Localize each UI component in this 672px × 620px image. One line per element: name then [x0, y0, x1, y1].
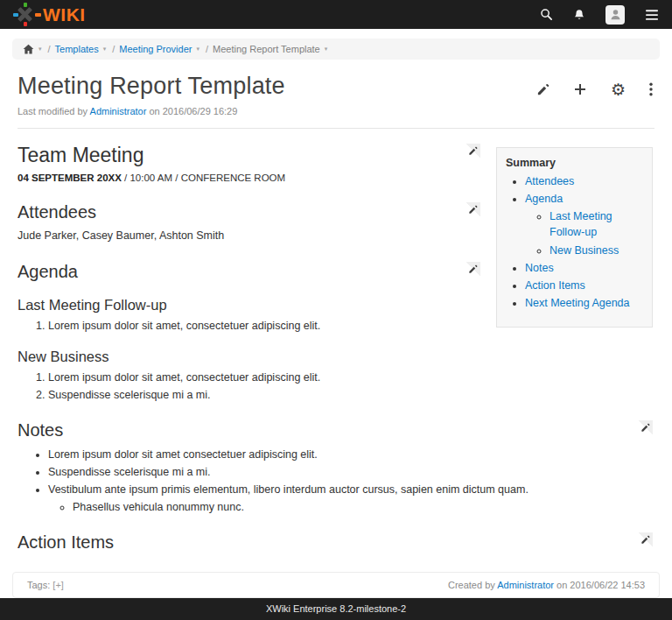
section-edit-pencil-icon[interactable]	[466, 144, 480, 159]
tags-label: Tags:	[27, 580, 50, 590]
list-item: AgendaLast Meeting Follow-upNew Business	[525, 191, 645, 258]
chevron-down-icon[interactable]: ▾	[196, 46, 200, 53]
summary-link[interactable]: Agenda	[525, 193, 563, 205]
breadcrumb-item-templates[interactable]: Templates	[55, 44, 99, 54]
list-item: Next Meeting Agenda	[525, 295, 645, 311]
breadcrumb-separator: /	[206, 44, 208, 54]
hamburger-icon[interactable]	[645, 9, 659, 21]
meeting-date: 04 SEPTEMBER 20XX	[18, 173, 122, 183]
add-tag-button[interactable]: [+]	[52, 580, 64, 590]
xwiki-logo-text: WIKI	[43, 5, 86, 24]
document-content: Summary AttendeesAgendaLast Meeting Foll…	[0, 129, 672, 561]
chevron-down-icon[interactable]: ▾	[103, 46, 107, 53]
list-item: Notes	[525, 260, 645, 276]
summary-title: Summary	[506, 157, 645, 169]
summary-link[interactable]: Last Meeting Follow-up	[550, 210, 612, 238]
created-by: Created by Administrator on 2016/06/22 1…	[448, 580, 645, 590]
version-bar: XWiki Enterprise 8.2-milestone-2	[0, 598, 672, 620]
breadcrumb-item-current: Meeting Report Template	[213, 44, 320, 54]
logo-red-tick	[24, 22, 27, 26]
edit-pencil-icon[interactable]	[536, 83, 550, 96]
list-item: Last Meeting Follow-up	[550, 208, 645, 240]
chevron-down-icon[interactable]: ▾	[325, 46, 328, 53]
new-business-list: Lorem ipsum dolor sit amet, consectetuer…	[18, 370, 653, 403]
page-actions: ⚙	[536, 80, 653, 99]
action-items-list: Lorem ipsum dolor sit amet consectetuer …	[18, 559, 653, 561]
list-item: Vestibulum ante ipsum primis elementum, …	[48, 482, 653, 515]
doc-heading-notes: Notes	[18, 420, 653, 440]
notes-heading-text: Notes	[18, 420, 63, 440]
page-header: Meeting Report Template Last modified by…	[0, 60, 672, 116]
notes-list: Lorem ipsum dolor sit amet consectetuer …	[18, 447, 653, 516]
breadcrumb-item-meeting-provider[interactable]: Meeting Provider	[119, 44, 192, 54]
agenda-heading-text: Agenda	[18, 262, 78, 281]
last-modified-prefix: Last modified by	[18, 106, 90, 116]
tags: Tags: [+]	[27, 580, 448, 590]
create-plus-icon[interactable]	[573, 82, 587, 96]
last-modified-user-link[interactable]: Administrator	[90, 106, 147, 116]
summary-panel: Summary AttendeesAgendaLast Meeting Foll…	[496, 147, 653, 328]
list-item: Lorem ipsum dolor sit amet consectetuer …	[48, 559, 653, 561]
breadcrumb-separator: /	[48, 44, 51, 54]
section-edit-pencil-icon[interactable]	[638, 420, 653, 435]
meeting-time-place: / 10:00 AM / CONFERENCE ROOM	[122, 173, 285, 183]
xwiki-page: WIKI ▾ / Templates ▾ /	[0, 0, 672, 620]
xwiki-logo[interactable]: WIKI	[13, 3, 86, 26]
list-item: New Business	[550, 243, 645, 258]
summary-link[interactable]: Notes	[525, 262, 554, 274]
kebab-menu-icon[interactable]	[649, 82, 653, 96]
search-icon[interactable]	[540, 8, 553, 21]
doc-heading-action-items: Action Items	[18, 532, 653, 553]
action-items-heading-text: Action Items	[18, 532, 114, 552]
logo-orange-tick	[35, 13, 41, 17]
created-user-link[interactable]: Administrator	[497, 580, 554, 590]
summary-link[interactable]: New Business	[550, 244, 619, 257]
list-item: Suspendisse scelerisque mi a mi.	[48, 387, 653, 403]
chevron-down-icon[interactable]: ▾	[38, 46, 42, 53]
gear-glyph: ⚙	[611, 81, 626, 98]
list-item: Attendees	[525, 173, 645, 189]
xwiki-x-icon	[13, 3, 37, 26]
page-title: Meeting Report Template	[18, 73, 536, 100]
top-navigation-bar: WIKI	[0, 0, 672, 29]
summary-list: AttendeesAgendaLast Meeting Follow-upNew…	[506, 173, 645, 311]
gear-icon[interactable]: ⚙	[611, 81, 626, 98]
breadcrumb: ▾ / Templates ▾ / Meeting Provider ▾ / M…	[12, 39, 660, 60]
list-item: Phasellus vehicula nonummy nunc.	[73, 499, 653, 515]
doc-title-text: Team Meeting	[18, 144, 144, 166]
logo-green-tick	[24, 3, 27, 7]
page-header-left: Meeting Report Template Last modified by…	[18, 71, 536, 116]
logo-blue-tick	[13, 13, 18, 17]
doc-heading-new-business: New Business	[18, 349, 653, 365]
summary-link[interactable]: Next Meeting Agenda	[525, 297, 630, 309]
list-item: Suspendisse scelerisque mi a mi.	[48, 464, 653, 480]
created-suffix: on 2016/06/22 14:53	[554, 580, 645, 590]
summary-link[interactable]: Attendees	[525, 175, 574, 187]
document-info-bar: Tags: [+] Created by Administrator on 20…	[12, 572, 660, 598]
topbar-icons	[540, 5, 659, 25]
list-item: Action Items	[525, 278, 645, 293]
bell-icon[interactable]	[573, 9, 585, 21]
last-modified: Last modified by Administrator on 2016/0…	[18, 106, 536, 116]
created-prefix: Created by	[448, 580, 497, 590]
nested-list: Phasellus vehicula nonummy nunc.	[48, 499, 653, 515]
nested-list: Last Meeting Follow-upNew Business	[525, 208, 645, 257]
list-item: Lorem ipsum dolor sit amet consectetuer …	[48, 447, 653, 462]
user-avatar[interactable]	[606, 5, 625, 25]
attendees-heading-text: Attendees	[18, 202, 96, 222]
summary-link[interactable]: Action Items	[525, 279, 585, 292]
last-modified-suffix: on 2016/06/29 16:29	[146, 106, 237, 116]
section-edit-pencil-icon[interactable]	[466, 202, 480, 217]
section-edit-pencil-icon[interactable]	[466, 262, 480, 277]
section-edit-pencil-icon[interactable]	[638, 532, 653, 547]
list-item: Lorem ipsum dolor sit amet, consectetuer…	[48, 370, 653, 385]
avatar	[606, 5, 625, 25]
breadcrumb-home-icon[interactable]	[23, 44, 34, 55]
breadcrumb-separator: /	[112, 44, 115, 54]
